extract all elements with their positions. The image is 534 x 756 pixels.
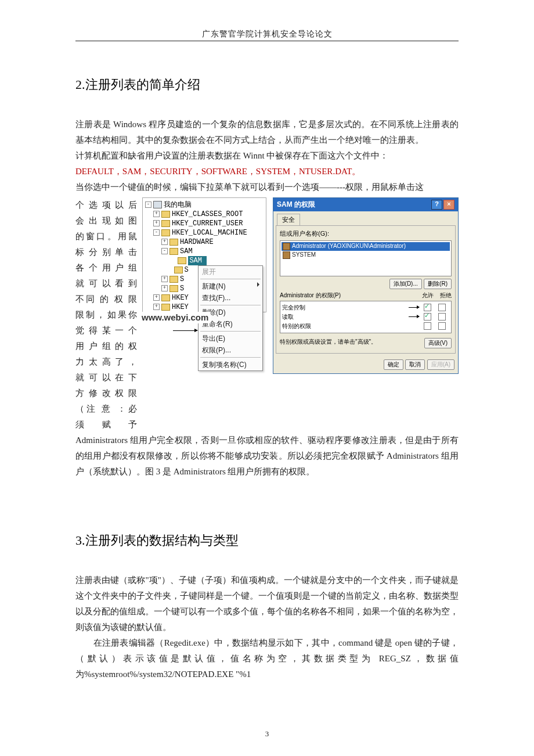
menu-open[interactable]: 展开	[199, 266, 262, 278]
expand-icon[interactable]: +	[161, 276, 168, 282]
checkbox-allow-full[interactable]	[424, 304, 431, 311]
perm-row-full: 完全控制	[282, 303, 449, 312]
folder-icon	[174, 267, 183, 273]
computer-icon	[153, 201, 162, 208]
expand-icon[interactable]: +	[161, 239, 168, 245]
section2-para2-red: DEFAULT，SAM，SECURITY，SOFTWARE，SYSTEM，NTU…	[75, 167, 360, 176]
allow-label: 允许	[422, 292, 434, 298]
section3-para2: 在注册表编辑器（Regedit.exe）中，数据结构显示如下，其中，comman…	[75, 635, 459, 682]
add-button[interactable]: 添加(D)...	[389, 279, 422, 289]
expand-icon[interactable]: +	[161, 285, 168, 291]
figure-side-text: 个 选 项 以 后 会 出 现 如 图 的窗口。用鼠 标 分 别 单 击 各 个…	[75, 197, 137, 433]
menu-copy-keyname[interactable]: 复制项名称(C)	[199, 359, 262, 370]
section2-para2: 计算机配置和缺省用户设置的注册表数据在 Winnt 中被保存在下面这六个文件中：…	[75, 148, 459, 179]
page-number: 3	[0, 729, 534, 739]
deny-label: 拒绝	[440, 292, 452, 298]
advanced-button[interactable]: 高级(V)	[424, 338, 452, 348]
collapse-icon[interactable]: -	[153, 229, 160, 236]
folder-icon	[169, 248, 178, 255]
section2-para2-text: 计算机配置和缺省用户设置的注册表数据在 Winnt 中被保存在下面这六个文件中：	[75, 151, 388, 160]
expand-icon[interactable]: +	[153, 304, 160, 310]
folder-icon	[161, 220, 170, 227]
menu-new[interactable]: 新建(N)	[199, 280, 262, 292]
menu-find[interactable]: 查找(F)...	[199, 292, 262, 304]
dialog-titlebar: SAM 的权限 × ?	[273, 198, 458, 211]
ok-button[interactable]: 确定	[384, 359, 403, 370]
folder-icon	[169, 276, 178, 283]
figure-wrap: 个 选 项 以 后 会 出 现 如 图 的窗口。用鼠 标 分 别 单 击 各 个…	[75, 197, 459, 433]
tree-sam-selected[interactable]: SAM	[167, 256, 266, 265]
folder-icon	[169, 285, 178, 292]
expand-icon[interactable]: +	[153, 211, 160, 217]
collapse-icon[interactable]: -	[145, 201, 151, 208]
tree-hklm[interactable]: -HKEY_LOCAL_MACHINE	[151, 228, 266, 237]
submenu-arrow-icon	[257, 282, 259, 287]
apply-button[interactable]: 应用(A)	[427, 359, 454, 370]
watermark: www.webyi.com	[139, 312, 211, 323]
section3-title: 3.注册列表的数据结构与类型	[75, 532, 459, 549]
section2-title: 2.注册列表的简单介绍	[75, 76, 459, 93]
annotation-arrow	[173, 330, 197, 331]
tab-security[interactable]: 安全	[277, 214, 300, 225]
folder-icon	[178, 257, 186, 264]
tree-hkcu[interactable]: +HKEY_CURRENT_USER	[151, 219, 266, 228]
permissions-dialog: SAM 的权限 × ? 安全 组或用户名称(G): Administrator …	[273, 197, 459, 374]
list-item-system[interactable]: SYSTEM	[282, 251, 450, 260]
group-users-label: 组或用户名称(G):	[280, 229, 452, 238]
folder-icon	[161, 304, 170, 311]
checkbox-allow-read[interactable]	[424, 313, 431, 321]
checkbox-deny-read[interactable]	[438, 313, 446, 321]
annotation-arrow	[409, 316, 419, 317]
folder-icon	[169, 239, 178, 246]
checkbox-deny-full[interactable]	[438, 304, 446, 311]
perm-row-read: 读取	[282, 312, 449, 322]
checkbox-deny-special[interactable]	[438, 322, 446, 330]
section2-para1: 注册表是 Windows 程序员建造的一个复杂的信息数据库，它是多层次式的。在不…	[75, 117, 459, 148]
help-button[interactable]: ?	[431, 200, 442, 210]
header-underline	[75, 41, 459, 41]
tree-hkcr[interactable]: +HKEY_CLASSES_ROOT	[151, 210, 266, 219]
permissions-box: 完全控制 读取 特别的权限	[280, 301, 452, 333]
dialog-content: 组或用户名称(G): Administrator (YAOXINGKUN\Adm…	[276, 225, 456, 354]
section2-para3: 当你选中一个键值的时候，编辑下拉菜单下就可以看到一个选项——---权限，用鼠标单…	[75, 179, 459, 195]
menu-permissions[interactable]: 权限(P)...	[199, 344, 262, 356]
section3-para1: 注册表由键（或称"项"）、子键（子项）和值项构成。一个键就是分支中的一个文件夹，…	[75, 573, 459, 635]
tree-hardware[interactable]: +HARDWARE	[159, 237, 266, 247]
users-listbox[interactable]: Administrator (YAOXINGKUN\Administrator)…	[280, 240, 452, 276]
expand-icon[interactable]: +	[153, 294, 160, 301]
tree-root[interactable]: -我的电脑	[143, 200, 266, 210]
collapse-icon[interactable]: -	[161, 248, 168, 254]
expand-icon[interactable]: +	[153, 220, 160, 226]
folder-icon	[161, 211, 170, 218]
user-icon	[283, 251, 290, 259]
list-item-admin[interactable]: Administrator (YAOXINGKUN\Administrator)	[282, 242, 450, 251]
annotation-arrow	[409, 307, 419, 308]
dialog-title: SAM 的权限	[277, 200, 315, 208]
folder-icon	[161, 294, 170, 301]
page-header: 广东警官学院计算机安全导论论文	[75, 29, 459, 39]
folder-icon	[161, 229, 170, 236]
close-button[interactable]: ×	[443, 200, 454, 210]
menu-export[interactable]: 导出(E)	[199, 333, 262, 344]
special-note: 特别权限或高级设置，请单击"高级"。	[280, 338, 377, 348]
remove-button[interactable]: 删除(R)	[424, 279, 452, 289]
registry-tree-panel: -我的电脑 +HKEY_CLASSES_ROOT +HKEY_CURRENT_U…	[142, 197, 266, 312]
user-icon	[283, 243, 290, 250]
perm-row-special: 特别的权限	[282, 322, 449, 331]
figure-column: -我的电脑 +HKEY_CLASSES_ROOT +HKEY_CURRENT_U…	[142, 197, 459, 374]
tree-sam[interactable]: -SAM	[159, 247, 266, 256]
checkbox-allow-special[interactable]	[424, 322, 431, 330]
permissions-for-label: Administrator 的权限(P)	[280, 291, 341, 300]
section2-after-figure: Administrators 组用户完全权限，否则一旦你或相应的软件、驱动程序要…	[75, 433, 459, 480]
cancel-button[interactable]: 取消	[405, 359, 425, 370]
